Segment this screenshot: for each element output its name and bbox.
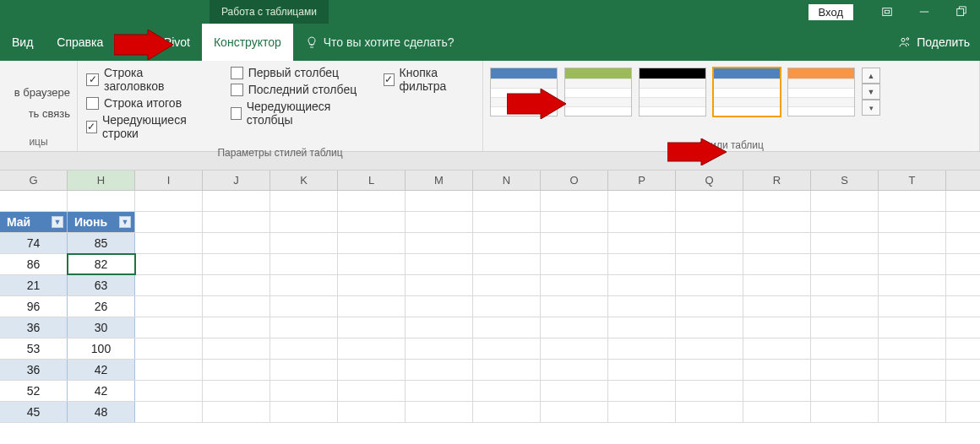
cell[interactable] xyxy=(0,191,68,211)
cell[interactable] xyxy=(676,233,743,253)
table-data-cell[interactable]: 86 xyxy=(0,254,68,274)
minimize-icon[interactable] xyxy=(906,0,943,24)
cell[interactable] xyxy=(743,317,811,338)
cell[interactable] xyxy=(135,233,203,253)
chk-total-row[interactable]: Строка итогов xyxy=(86,96,207,110)
cell[interactable] xyxy=(406,254,473,274)
cell[interactable] xyxy=(203,360,270,380)
cell[interactable] xyxy=(879,360,946,380)
cell[interactable] xyxy=(879,338,946,359)
cell[interactable] xyxy=(135,381,203,401)
cell[interactable] xyxy=(676,296,743,317)
cell[interactable] xyxy=(338,402,406,422)
cell[interactable] xyxy=(203,402,270,422)
cell[interactable] xyxy=(135,191,203,211)
table-data-cell[interactable]: 100 xyxy=(68,338,135,359)
table-header-cell[interactable]: Июнь▼ xyxy=(68,212,135,232)
cell[interactable] xyxy=(743,233,811,253)
cell[interactable] xyxy=(338,233,406,253)
cell[interactable] xyxy=(743,275,811,295)
cell[interactable] xyxy=(338,191,406,211)
cell[interactable] xyxy=(541,360,608,380)
cell[interactable] xyxy=(676,191,743,211)
cell[interactable] xyxy=(811,402,879,422)
chk-header-row[interactable]: Строка заголовков xyxy=(86,66,207,93)
table-data-cell[interactable]: 85 xyxy=(68,233,135,253)
cell[interactable] xyxy=(541,296,608,317)
cell[interactable] xyxy=(608,254,676,274)
table-style-thumb[interactable] xyxy=(564,68,632,116)
cell[interactable] xyxy=(338,360,406,380)
cell[interactable] xyxy=(541,254,608,274)
cell[interactable] xyxy=(473,191,541,211)
cell[interactable] xyxy=(135,275,203,295)
cell[interactable] xyxy=(203,275,270,295)
cell[interactable] xyxy=(879,233,946,253)
cell[interactable] xyxy=(541,275,608,295)
table-data-cell[interactable]: 36 xyxy=(0,360,68,380)
cell[interactable] xyxy=(608,275,676,295)
cell[interactable] xyxy=(270,296,338,317)
cell[interactable] xyxy=(541,212,608,232)
cell[interactable] xyxy=(406,233,473,253)
filter-dropdown-icon[interactable]: ▼ xyxy=(119,216,131,228)
gallery-scroll-up[interactable]: ▲ xyxy=(862,68,880,84)
table-data-cell[interactable]: 42 xyxy=(68,381,135,401)
table-style-thumb[interactable] xyxy=(713,68,781,116)
cell[interactable] xyxy=(676,275,743,295)
cell[interactable] xyxy=(743,296,811,317)
tab-help[interactable]: Справка xyxy=(45,24,115,61)
table-data-cell[interactable]: 96 xyxy=(0,296,68,317)
cell[interactable] xyxy=(811,191,879,211)
cell[interactable] xyxy=(743,338,811,359)
cell[interactable] xyxy=(879,381,946,401)
cell[interactable] xyxy=(608,402,676,422)
cell[interactable] xyxy=(406,381,473,401)
col-header-J[interactable]: J xyxy=(203,171,270,190)
cell[interactable] xyxy=(811,275,879,295)
cell[interactable] xyxy=(811,360,879,380)
cell[interactable] xyxy=(203,317,270,338)
cell[interactable] xyxy=(608,233,676,253)
col-header-K[interactable]: K xyxy=(270,171,338,190)
table-data-cell[interactable]: 21 xyxy=(0,275,68,295)
cell[interactable] xyxy=(811,381,879,401)
table-data-cell[interactable]: 45 xyxy=(0,402,68,422)
cell[interactable] xyxy=(676,254,743,274)
tab-view[interactable]: Вид xyxy=(0,24,45,61)
table-style-thumb[interactable] xyxy=(787,68,855,116)
tab-design[interactable]: Конструктор xyxy=(202,24,293,61)
cell[interactable] xyxy=(473,212,541,232)
stub-link-label[interactable]: ть связь xyxy=(7,107,70,120)
cell[interactable] xyxy=(135,338,203,359)
cell[interactable] xyxy=(135,212,203,232)
cell[interactable] xyxy=(743,212,811,232)
cell[interactable] xyxy=(338,254,406,274)
cell[interactable] xyxy=(203,254,270,274)
cell[interactable] xyxy=(270,275,338,295)
cell[interactable] xyxy=(270,212,338,232)
cell[interactable] xyxy=(541,191,608,211)
cell[interactable] xyxy=(743,254,811,274)
cell[interactable] xyxy=(743,191,811,211)
table-data-cell[interactable]: 30 xyxy=(68,317,135,338)
cell[interactable] xyxy=(406,317,473,338)
chk-filter-btn[interactable]: Кнопка фильтра xyxy=(384,66,474,93)
cell[interactable] xyxy=(473,296,541,317)
col-header-S[interactable]: S xyxy=(811,171,879,190)
table-header-cell[interactable]: Май▼ xyxy=(0,212,68,232)
col-header-T[interactable]: T xyxy=(879,171,946,190)
gallery-more[interactable]: ▾ xyxy=(862,100,880,116)
cell[interactable] xyxy=(879,296,946,317)
cell[interactable] xyxy=(203,233,270,253)
filter-dropdown-icon[interactable]: ▼ xyxy=(52,216,63,228)
table-data-cell[interactable]: 82 xyxy=(68,254,135,274)
cell[interactable] xyxy=(270,381,338,401)
cell[interactable] xyxy=(473,360,541,380)
cell[interactable] xyxy=(406,275,473,295)
cell[interactable] xyxy=(406,360,473,380)
cell[interactable] xyxy=(270,191,338,211)
gallery-scroll-down[interactable]: ▼ xyxy=(862,84,880,100)
cell[interactable] xyxy=(743,360,811,380)
cell[interactable] xyxy=(203,296,270,317)
